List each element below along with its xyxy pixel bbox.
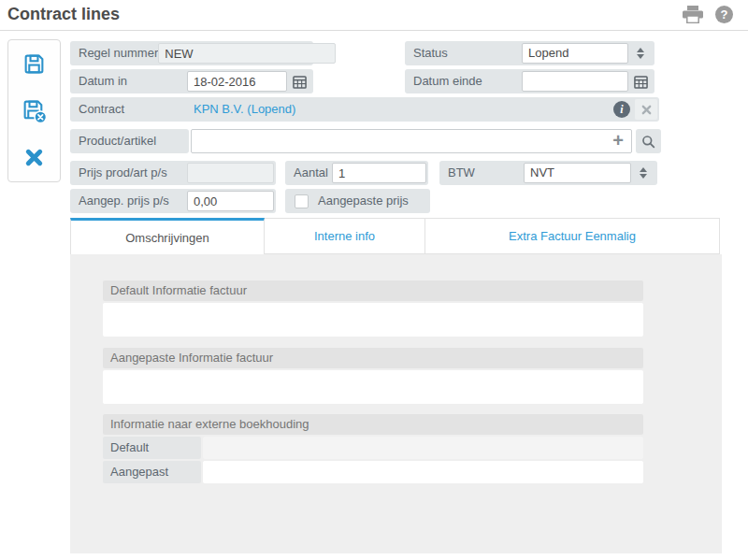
- tab-content-panel: Default Informatie factuur Aangepaste In…: [70, 254, 722, 553]
- default-label: Default: [103, 437, 201, 459]
- status-label: Status: [407, 43, 522, 64]
- row-regelnummer-status: Regel nummer Status Lopend: [70, 41, 313, 65]
- regel-nummer-field: [158, 43, 336, 64]
- contract-lines-page: Contract lines ?: [0, 0, 748, 560]
- contract-group: Contract KPN B.V. (Lopend) i: [70, 97, 659, 122]
- datum-in-group: Datum in: [70, 69, 313, 93]
- product-artikel-inputbox: +: [191, 129, 632, 153]
- status-group: Status Lopend: [405, 41, 654, 65]
- aangepaste-informatie-textarea[interactable]: [103, 370, 643, 404]
- tab-extra-factuur-eenmalig[interactable]: Extra Factuur Eenmalig: [425, 218, 720, 254]
- btw-spinner-icon[interactable]: [631, 163, 655, 183]
- default-value-field: [203, 437, 643, 459]
- datum-in-input[interactable]: [187, 71, 287, 92]
- row-prijs-aantal-btw: Prijs prod/art p/s Aantal BTW NVT: [70, 161, 276, 185]
- aangepaste-prijs-group: Aangepaste prijs: [285, 189, 430, 213]
- product-artikel-input[interactable]: [192, 130, 605, 152]
- datum-in-label: Datum in: [72, 71, 187, 92]
- aantal-label: Aantal: [287, 163, 332, 183]
- save-close-button[interactable]: [8, 87, 60, 134]
- contract-link[interactable]: KPN B.V. (Lopend): [187, 99, 613, 120]
- product-search-button[interactable]: [636, 129, 661, 153]
- datum-einde-label: Datum einde: [407, 71, 522, 92]
- print-icon[interactable]: [683, 6, 703, 23]
- product-artikel-labelbox: Product/artikel: [70, 129, 189, 153]
- tab-interne-info[interactable]: Interne info: [265, 218, 425, 254]
- btw-select[interactable]: NVT: [524, 163, 631, 183]
- regel-nummer-label: Regel nummer: [72, 43, 158, 64]
- aangepast-label: Aangepast: [103, 461, 201, 483]
- aantal-group: Aantal: [285, 161, 428, 185]
- default-row: Default: [103, 437, 643, 459]
- plus-icon[interactable]: +: [605, 130, 631, 152]
- aangep-prijs-label: Aangep. prijs p/s: [72, 191, 187, 211]
- default-informatie-textarea[interactable]: [103, 303, 643, 337]
- tab-bar: Omschrijvingen Interne info Extra Factuu…: [70, 218, 720, 254]
- remove-x-icon: [641, 105, 652, 115]
- status-select[interactable]: Lopend: [522, 43, 628, 64]
- btw-group: BTW NVT: [439, 161, 657, 185]
- prijs-prod-label: Prijs prod/art p/s: [72, 163, 187, 183]
- row-aangep-prijs: Aangep. prijs p/s Aangepaste prijs: [70, 189, 276, 213]
- aangep-prijs-input[interactable]: [187, 191, 274, 211]
- regel-nummer-group: Regel nummer: [70, 41, 313, 65]
- aangepast-row: Aangepast: [103, 461, 643, 483]
- prijs-prod-field: [187, 163, 274, 183]
- cancel-button[interactable]: [8, 135, 60, 181]
- info-icon[interactable]: i: [613, 101, 630, 118]
- datum-einde-group: Datum einde: [405, 69, 654, 93]
- tab-omschrijvingen[interactable]: Omschrijvingen: [70, 218, 265, 254]
- contract-remove-button[interactable]: [635, 99, 657, 120]
- aangepaste-prijs-checkbox[interactable]: [295, 194, 309, 208]
- datum-einde-calendar-icon[interactable]: [628, 71, 653, 92]
- magnifier-icon: [641, 135, 655, 149]
- header-actions: ?: [683, 6, 733, 23]
- datum-in-calendar-icon[interactable]: [287, 71, 311, 92]
- status-spinner-icon[interactable]: [628, 43, 653, 64]
- prijs-prod-group: Prijs prod/art p/s: [70, 161, 276, 185]
- aantal-input[interactable]: [332, 163, 426, 183]
- section-header-default-informatie: Default Informatie factuur: [103, 280, 643, 301]
- aangep-prijs-group: Aangep. prijs p/s: [70, 189, 276, 213]
- save-button[interactable]: [8, 40, 60, 87]
- aangepast-input[interactable]: [203, 461, 643, 483]
- help-icon[interactable]: ?: [715, 6, 733, 23]
- aangepaste-prijs-label: Aangepaste prijs: [309, 191, 409, 211]
- page-title: Contract lines: [7, 5, 120, 24]
- btw-label: BTW: [441, 163, 524, 183]
- datum-einde-input[interactable]: [522, 71, 628, 92]
- row-product-artikel: Product/artikel +: [70, 129, 661, 153]
- row-contract: Contract KPN B.V. (Lopend) i: [70, 97, 659, 122]
- section-header-aangepaste-informatie: Aangepaste Informatie factuur: [103, 348, 643, 368]
- action-sidebar: [7, 39, 61, 182]
- section-header-externe-boekhouding: Informatie naar externe boekhouding: [103, 414, 643, 435]
- product-artikel-label: Product/artikel: [72, 131, 156, 151]
- contract-label: Contract: [72, 99, 187, 120]
- row-datums: Datum in Datum einde: [70, 69, 313, 93]
- header-divider: [0, 30, 748, 31]
